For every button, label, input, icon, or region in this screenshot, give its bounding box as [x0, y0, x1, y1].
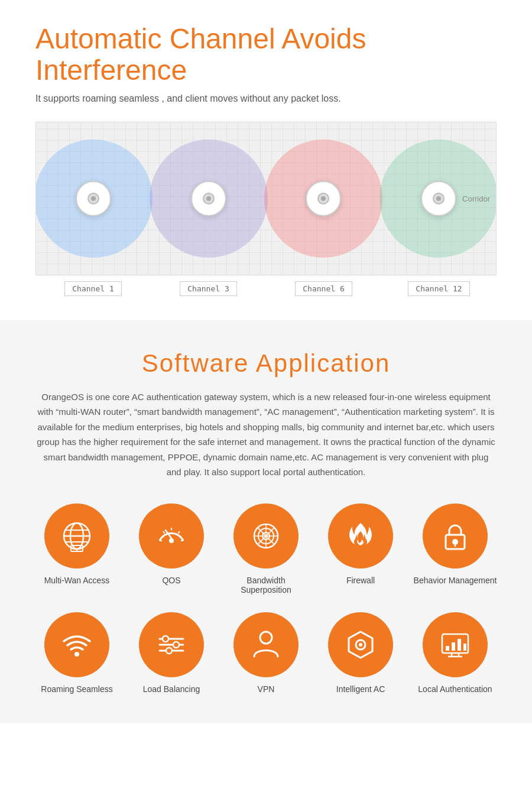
svg-point-25 [74, 652, 79, 657]
local-auth-label: Local Authentication [418, 684, 492, 694]
hexagon-icon [343, 627, 378, 662]
svg-rect-43 [458, 639, 461, 651]
vpn-icon-circle [233, 612, 299, 677]
ap-device-4 [421, 181, 456, 216]
firewall-icon-circle [328, 504, 393, 569]
section-channel-subtitle: It supports roaming seamless , and clien… [35, 93, 497, 104]
features-grid: Multi-Wan Access QOS [24, 504, 508, 694]
fire-icon [343, 518, 378, 554]
globe-icon [59, 518, 95, 554]
channel-col-1 [36, 122, 151, 275]
speedometer-icon [154, 518, 189, 554]
corridor-label: Corridor [462, 194, 490, 203]
channel-label-3: Channel 6 [266, 281, 381, 296]
behavior-icon-circle [423, 504, 488, 569]
qos-label: QOS [162, 576, 180, 585]
wifi-icon [59, 627, 95, 662]
feature-qos: QOS [127, 504, 216, 595]
load-icon-circle [139, 612, 204, 677]
sliders-icon [154, 627, 189, 662]
svg-rect-44 [463, 644, 466, 651]
ap-device-1 [76, 181, 111, 216]
svg-point-23 [452, 539, 458, 545]
feature-load: Load Balancing [127, 612, 216, 694]
feature-roaming: Roaming Seamless [33, 612, 121, 694]
ap-dot-1 [87, 193, 99, 204]
feature-multi-wan: Multi-Wan Access [33, 504, 121, 595]
ap-dot-3 [317, 193, 329, 204]
ap-device-3 [306, 181, 341, 216]
bandwidth-icon-circle [233, 504, 299, 569]
multi-wan-icon-circle [44, 504, 109, 569]
svg-point-30 [173, 642, 179, 648]
lock-icon [437, 518, 473, 554]
spider-icon [248, 518, 284, 554]
svg-line-14 [179, 531, 180, 533]
section-channel-title: Automatic Channel Avoids Interference [35, 24, 497, 86]
svg-point-31 [166, 648, 172, 654]
feature-bandwidth: Bandwidth Superposition [222, 504, 310, 595]
load-label: Load Balancing [143, 684, 200, 694]
channel-label-2: Channel 3 [151, 281, 266, 296]
svg-point-32 [260, 632, 272, 644]
section-software: Software Application OrangeOS is one cor… [0, 320, 532, 723]
svg-rect-41 [446, 646, 449, 651]
svg-point-35 [359, 643, 362, 647]
vpn-label: VPN [258, 684, 275, 694]
multi-wan-label: Multi-Wan Access [44, 576, 110, 585]
channel-bg [36, 122, 496, 275]
roaming-label: Roaming Seamless [41, 684, 112, 694]
local-auth-icon-circle [423, 612, 488, 677]
ap-dot-4 [433, 193, 445, 204]
channel-col-2 [151, 122, 267, 275]
channel-label-1: Channel 1 [35, 281, 151, 296]
roaming-icon-circle [44, 612, 109, 677]
channel-diagram: Corridor [35, 122, 497, 275]
channel-col-3 [266, 122, 381, 275]
software-description: OrangeOS is one core AC authentication g… [35, 389, 497, 480]
barchart-icon [437, 627, 473, 662]
ap-dot-2 [203, 193, 215, 204]
feature-intelligent: Intelligent AC [316, 612, 405, 694]
channel-label-4: Channel 12 [381, 281, 497, 296]
intelligent-label: Intelligent AC [336, 684, 385, 694]
svg-point-29 [163, 636, 168, 642]
ap-device-2 [191, 181, 226, 216]
firewall-label: Firewall [346, 576, 375, 585]
svg-line-13 [163, 531, 165, 533]
person-icon [248, 627, 284, 662]
software-title: Software Application [24, 349, 508, 378]
intelligent-icon-circle [328, 612, 393, 677]
feature-local-auth: Local Authentication [411, 612, 499, 694]
feature-behavior: Behavior Management [411, 504, 499, 595]
behavior-label: Behavior Management [414, 576, 497, 585]
feature-firewall: Firewall [316, 504, 405, 595]
svg-rect-42 [452, 642, 455, 651]
channel-labels: Channel 1 Channel 3 Channel 6 Channel 12 [35, 281, 497, 296]
section-channel: Automatic Channel Avoids Interference It… [0, 0, 532, 320]
qos-icon-circle [139, 504, 204, 569]
bandwidth-label: Bandwidth Superposition [222, 576, 310, 595]
feature-vpn: VPN [222, 612, 310, 694]
